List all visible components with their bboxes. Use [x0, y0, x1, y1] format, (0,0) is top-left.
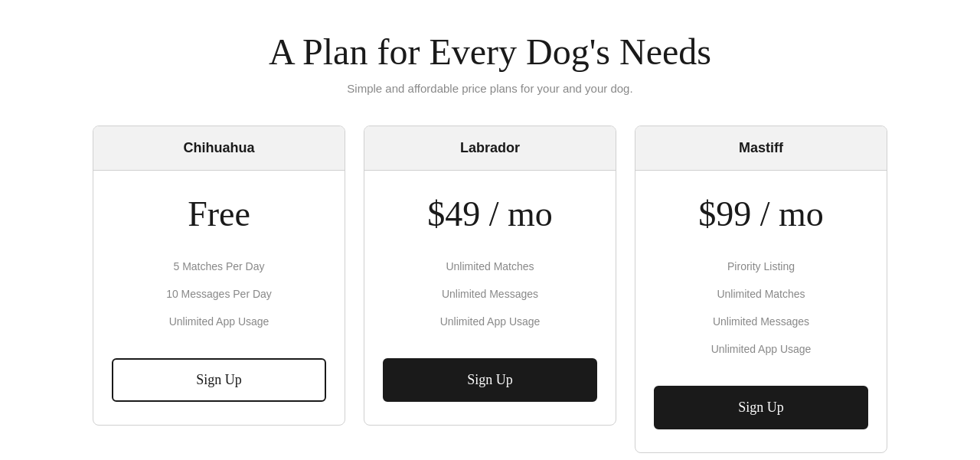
plan-name-labrador: Labrador	[460, 140, 520, 155]
plan-features-mastiff: Pirority ListingUnlimited MatchesUnlimit…	[654, 253, 868, 363]
plan-feature-chihuahua-2: Unlimited App Usage	[112, 308, 326, 335]
plan-features-labrador: Unlimited MatchesUnlimited MessagesUnlim…	[383, 253, 597, 335]
plan-card-chihuahua: ChihuahuaFree5 Matches Per Day10 Message…	[93, 126, 345, 426]
plan-feature-mastiff-0: Pirority Listing	[654, 253, 868, 280]
plan-feature-mastiff-2: Unlimited Messages	[654, 308, 868, 335]
page-subtitle: Simple and affordable price plans for yo…	[269, 82, 711, 95]
plan-feature-labrador-0: Unlimited Matches	[383, 253, 597, 280]
plan-body-mastiff: $99 / moPirority ListingUnlimited Matche…	[635, 171, 887, 452]
plan-price-mastiff: $99 / mo	[698, 194, 824, 234]
plan-card-labrador: Labrador$49 / moUnlimited MatchesUnlimit…	[364, 126, 616, 426]
sign-up-button-chihuahua[interactable]: Sign Up	[112, 358, 326, 402]
plan-feature-chihuahua-0: 5 Matches Per Day	[112, 253, 326, 280]
plans-container: ChihuahuaFree5 Matches Per Day10 Message…	[69, 126, 911, 453]
plan-body-labrador: $49 / moUnlimited MatchesUnlimited Messa…	[364, 171, 616, 425]
plan-feature-mastiff-3: Unlimited App Usage	[654, 335, 868, 363]
plan-price-labrador: $49 / mo	[427, 194, 553, 234]
sign-up-button-labrador[interactable]: Sign Up	[383, 358, 597, 402]
plan-header-chihuahua: Chihuahua	[93, 126, 345, 171]
plan-price-chihuahua: Free	[188, 194, 250, 234]
plan-features-chihuahua: 5 Matches Per Day10 Messages Per DayUnli…	[112, 253, 326, 335]
plan-feature-mastiff-1: Unlimited Matches	[654, 280, 868, 308]
plan-feature-labrador-2: Unlimited App Usage	[383, 308, 597, 335]
plan-feature-chihuahua-1: 10 Messages Per Day	[112, 280, 326, 308]
sign-up-button-mastiff[interactable]: Sign Up	[654, 386, 868, 429]
plan-card-mastiff: Mastiff$99 / moPirority ListingUnlimited…	[635, 126, 887, 453]
plan-header-labrador: Labrador	[364, 126, 616, 171]
page-title: A Plan for Every Dog's Needs	[269, 31, 711, 73]
plan-header-mastiff: Mastiff	[635, 126, 887, 171]
plan-name-chihuahua: Chihuahua	[184, 140, 255, 155]
page-header: A Plan for Every Dog's Needs Simple and …	[269, 31, 711, 95]
plan-body-chihuahua: Free5 Matches Per Day10 Messages Per Day…	[93, 171, 345, 425]
plan-feature-labrador-1: Unlimited Messages	[383, 280, 597, 308]
plan-name-mastiff: Mastiff	[739, 140, 783, 155]
